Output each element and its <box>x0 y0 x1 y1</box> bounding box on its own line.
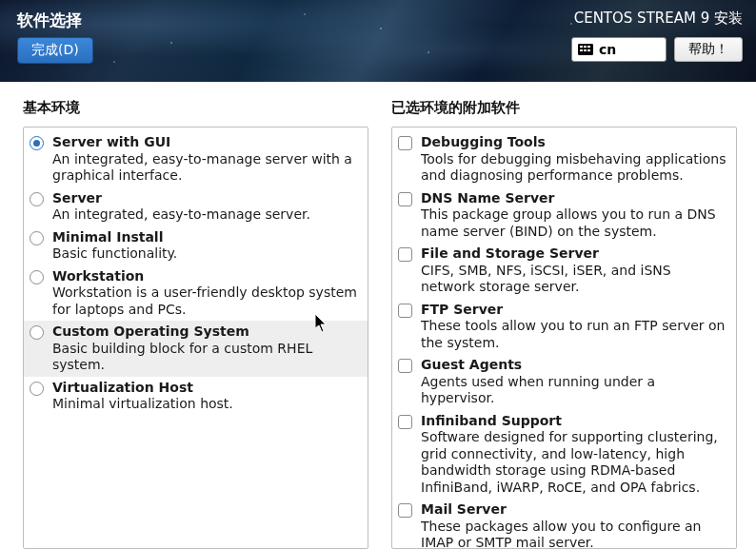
base-environment-heading: 基本环境 <box>23 99 368 117</box>
radio-icon <box>30 231 44 245</box>
addon-option[interactable]: Guest AgentsAgents used when running und… <box>392 354 736 410</box>
base-environment-column: 基本环境 Server with GUIAn integrated, easy-… <box>23 99 368 549</box>
addon-option-title: Infiniband Support <box>421 413 728 430</box>
addon-option-desc: Software designed for supporting cluster… <box>421 429 718 495</box>
checkbox-icon <box>398 503 412 518</box>
checkbox-icon <box>398 136 412 150</box>
addon-option-desc: Agents used when running under a hypervi… <box>421 374 655 406</box>
done-button[interactable]: 完成(D) <box>17 37 93 64</box>
checkbox-icon <box>398 359 412 373</box>
addon-option[interactable]: DNS Name ServerThis package group allows… <box>392 187 736 244</box>
addon-option-title: FTP Server <box>421 302 728 319</box>
env-option-title: Minimal Install <box>52 229 360 246</box>
env-option-desc: An integrated, easy-to-manage server. <box>52 206 310 222</box>
addon-option-desc: These tools allow you to run an FTP serv… <box>421 318 725 350</box>
help-button[interactable]: 帮助！ <box>674 37 743 62</box>
addons-column: 已选环境的附加软件 Debugging ToolsTools for debug… <box>391 99 737 549</box>
env-option[interactable]: Virtualization HostMinimal virtualizatio… <box>24 377 368 416</box>
addon-option-title: DNS Name Server <box>421 190 728 207</box>
addon-option[interactable]: File and Storage ServerCIFS, SMB, NFS, i… <box>392 243 736 299</box>
env-option[interactable]: ServerAn integrated, easy-to-manage serv… <box>24 187 368 226</box>
addon-option-title: Guest Agents <box>421 357 728 374</box>
addon-option-desc: Tools for debugging misbehaving applicat… <box>421 151 726 184</box>
installer-title: CENTOS STREAM 9 安装 <box>571 10 743 28</box>
env-option-title: Virtualization Host <box>52 380 360 397</box>
header-bar: 软件选择 完成(D) CENTOS STREAM 9 安装 cn 帮助！ <box>0 0 756 82</box>
env-option-desc: Minimal virtualization host. <box>52 396 233 411</box>
env-option-desc: Basic functionality. <box>52 245 177 261</box>
base-environment-list[interactable]: Server with GUIAn integrated, easy-to-ma… <box>23 127 368 549</box>
env-option-desc: An integrated, easy-to-manage server wit… <box>52 151 352 184</box>
radio-icon <box>30 192 44 206</box>
page-title: 软件选择 <box>17 10 93 31</box>
addon-option[interactable]: Mail ServerThese packages allow you to c… <box>392 499 736 549</box>
env-option-title: Workstation <box>52 268 360 285</box>
checkbox-icon <box>398 192 412 206</box>
checkbox-icon <box>398 247 412 262</box>
checkbox-icon <box>398 415 412 429</box>
env-option-title: Server <box>52 190 360 207</box>
content-area: 基本环境 Server with GUIAn integrated, easy-… <box>0 82 756 549</box>
addon-option[interactable]: Debugging ToolsTools for debugging misbe… <box>392 131 736 187</box>
addon-option-desc: This package group allows you to run a D… <box>421 206 716 239</box>
env-option[interactable]: Minimal InstallBasic functionality. <box>24 226 368 265</box>
env-option-desc: Workstation is a user-friendly desktop s… <box>52 284 357 317</box>
env-option-title: Custom Operating System <box>52 324 360 341</box>
checkbox-icon <box>398 304 412 318</box>
env-option[interactable]: Custom Operating SystemBasic building bl… <box>24 321 368 377</box>
addon-option-desc: These packages allow you to configure an… <box>421 519 701 550</box>
addon-option-desc: CIFS, SMB, NFS, iSCSI, iSER, and iSNS ne… <box>421 263 671 295</box>
env-option-title: Server with GUI <box>52 134 360 151</box>
addons-list[interactable]: Debugging ToolsTools for debugging misbe… <box>391 127 737 549</box>
env-option[interactable]: Server with GUIAn integrated, easy-to-ma… <box>24 131 368 187</box>
radio-icon <box>30 325 44 340</box>
keyboard-layout-code: cn <box>599 42 616 57</box>
addon-option-title: File and Storage Server <box>421 245 728 263</box>
addon-option[interactable]: Infiniband SupportSoftware designed for … <box>392 410 736 500</box>
addon-option-title: Debugging Tools <box>421 134 728 151</box>
env-option[interactable]: WorkstationWorkstation is a user-friendl… <box>24 265 368 322</box>
keyboard-icon <box>578 44 593 55</box>
radio-icon <box>30 270 44 284</box>
addon-option-title: Mail Server <box>421 501 728 519</box>
radio-icon <box>30 136 44 150</box>
env-option-desc: Basic building block for a custom RHEL s… <box>52 341 312 373</box>
radio-icon <box>30 382 44 396</box>
addons-heading: 已选环境的附加软件 <box>391 99 737 117</box>
keyboard-layout-selector[interactable]: cn <box>571 37 666 62</box>
addon-option[interactable]: FTP ServerThese tools allow you to run a… <box>392 299 736 355</box>
